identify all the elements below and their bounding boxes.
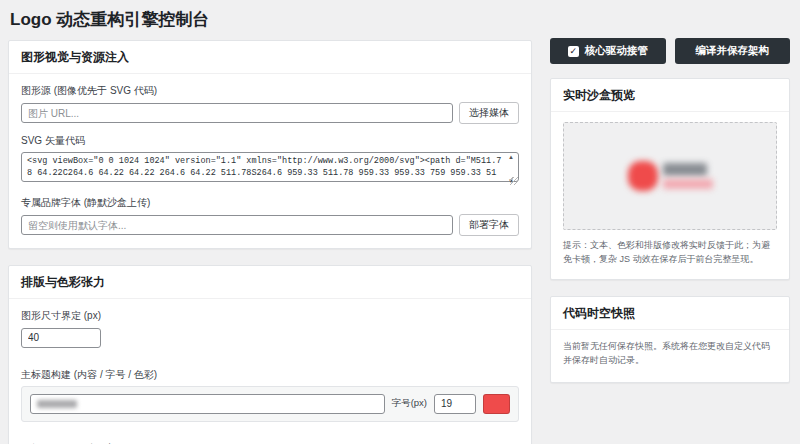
core-takeover-label: 核心驱动接管 <box>585 44 648 58</box>
svg-code-label: SVG 矢量代码 <box>21 134 519 148</box>
actions-row: ✓ 核心驱动接管 编译并保存架构 <box>550 38 790 64</box>
page-title: Logo 动态重构引擎控制台 <box>10 8 209 31</box>
compile-save-button[interactable]: 编译并保存架构 <box>675 38 791 64</box>
typography-card-body: 图形尺寸界定 (px) 主标题构建 (内容 / 字号 / 色彩) 字号(px) … <box>9 299 531 444</box>
right-column: ✓ 核心驱动接管 编译并保存架构 实时沙盒预览 提示：文本、色彩和排版修改将实时… <box>550 38 790 383</box>
core-takeover-button[interactable]: ✓ 核心驱动接管 <box>550 38 666 64</box>
redacted-logo-text <box>663 163 713 189</box>
logo-size-label: 图形尺寸界定 (px) <box>21 309 519 323</box>
sandbox-preview-box <box>563 122 777 230</box>
select-media-button[interactable]: 选择媒体 <box>459 102 519 124</box>
typography-card-title: 排版与色彩张力 <box>9 266 531 299</box>
scroll-up-icon[interactable]: ▲ <box>508 154 514 160</box>
main-title-size-label: 字号(px) <box>392 397 427 410</box>
snapshot-card-title: 代码时空快照 <box>551 297 789 330</box>
main-title-text-input[interactable] <box>30 394 385 414</box>
logo-size-input[interactable] <box>21 328 101 348</box>
brand-font-input[interactable] <box>21 215 453 235</box>
svg-code-textarea[interactable]: <svg viewBox="0 0 1024 1024" version="1.… <box>21 152 519 182</box>
typography-card: 排版与色彩张力 图形尺寸界定 (px) 主标题构建 (内容 / 字号 / 色彩)… <box>8 265 532 444</box>
brand-font-label: 专属品牌字体 (静默沙盒上传) <box>21 196 519 210</box>
sandbox-preview-card: 实时沙盒预览 提示：文本、色彩和排版修改将实时反馈于此；为避免卡顿，复杂 JS … <box>550 78 790 280</box>
main-title-size-input[interactable] <box>434 394 476 414</box>
redacted-logo-graphic <box>628 161 658 191</box>
code-snapshot-card: 代码时空快照 当前暂无任何保存快照。系统将在您更改自定义代码并保存时自动记录。 <box>550 296 790 383</box>
deploy-font-button[interactable]: 部署字体 <box>459 214 519 236</box>
checked-checkbox-icon[interactable]: ✓ <box>568 46 579 57</box>
left-column: 图形视觉与资源注入 图形源 (图像优先于 SVG 代码) 选择媒体 SVG 矢量… <box>8 40 532 444</box>
redacted-main-title-value <box>37 400 77 408</box>
redacted-logo-subtitle <box>663 179 713 189</box>
redacted-logo-title <box>663 163 707 176</box>
preview-card-title: 实时沙盒预览 <box>551 79 789 112</box>
image-source-row: 选择媒体 <box>21 102 519 124</box>
resize-grip-icon[interactable] <box>510 177 518 185</box>
image-source-label: 图形源 (图像优先于 SVG 代码) <box>21 84 519 98</box>
preview-hint-text: 提示：文本、色彩和排版修改将实时反馈于此；为避免卡顿，复杂 JS 动效在保存后于… <box>551 230 789 279</box>
svg-code-wrap: <svg viewBox="0 0 1024 1024" version="1.… <box>21 152 519 186</box>
image-url-input[interactable] <box>21 103 453 123</box>
visual-card-title: 图形视觉与资源注入 <box>9 41 531 74</box>
main-title-color-picker[interactable] <box>483 394 510 414</box>
main-title-label: 主标题构建 (内容 / 字号 / 色彩) <box>21 368 519 382</box>
snapshot-empty-text: 当前暂无任何保存快照。系统将在您更改自定义代码并保存时自动记录。 <box>551 330 789 382</box>
visual-resource-card: 图形视觉与资源注入 图形源 (图像优先于 SVG 代码) 选择媒体 SVG 矢量… <box>8 40 532 249</box>
visual-card-body: 图形源 (图像优先于 SVG 代码) 选择媒体 SVG 矢量代码 <svg vi… <box>9 74 531 248</box>
main-title-panel: 字号(px) <box>21 386 519 422</box>
brand-font-row: 部署字体 <box>21 214 519 236</box>
